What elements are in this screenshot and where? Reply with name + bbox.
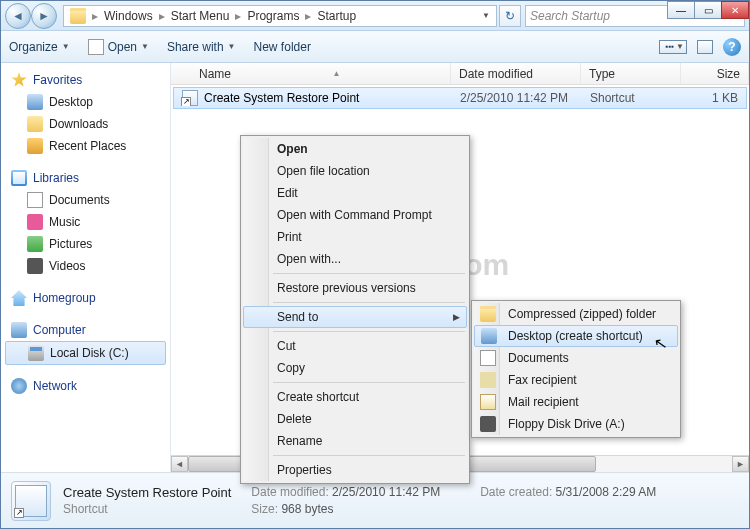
back-button[interactable]: ◄ [5, 3, 31, 29]
network-icon [11, 378, 27, 394]
cm-delete[interactable]: Delete [243, 408, 467, 430]
sendto-floppy[interactable]: Floppy Disk Drive (A:) [474, 413, 678, 435]
folder-icon [70, 8, 86, 24]
sendto-documents[interactable]: Documents [474, 347, 678, 369]
sidebar-network[interactable]: Network [1, 375, 170, 397]
breadcrumb[interactable]: ▸ Windows ▸ Start Menu ▸ Programs ▸ Star… [63, 5, 497, 27]
scroll-left-button[interactable]: ◄ [171, 456, 188, 472]
cm-open-file-location[interactable]: Open file location [243, 160, 467, 182]
sidebar-computer[interactable]: Computer [1, 319, 170, 341]
chevron-right-icon[interactable]: ▸ [233, 9, 243, 23]
navigation-pane[interactable]: Favorites Desktop Downloads Recent Place… [1, 63, 171, 472]
details-typeline: Shortcut [63, 502, 231, 516]
toolbar: Organize ▼ Open ▼ Share with ▼ New folde… [1, 31, 749, 63]
mail-icon [480, 394, 496, 410]
sidebar-libraries[interactable]: Libraries [1, 167, 170, 189]
open-button[interactable]: Open ▼ [88, 39, 149, 55]
details-date-created-label: Date created: [480, 485, 552, 499]
sendto-mail[interactable]: Mail recipient [474, 391, 678, 413]
close-button[interactable]: ✕ [721, 1, 749, 19]
sidebar-homegroup[interactable]: Homegroup [1, 287, 170, 309]
downloads-icon [27, 116, 43, 132]
new-folder-button[interactable]: New folder [254, 40, 311, 54]
column-name[interactable]: Name▲ [171, 63, 451, 84]
view-menu[interactable]: ▪▪▪▼ [659, 40, 687, 54]
preview-pane-button[interactable] [697, 40, 713, 54]
shortcut-icon [15, 485, 47, 517]
fax-icon [480, 372, 496, 388]
details-thumbnail [11, 481, 51, 521]
file-size: 1 KB [682, 91, 746, 105]
cm-properties[interactable]: Properties [243, 459, 467, 481]
organize-menu[interactable]: Organize ▼ [9, 40, 70, 54]
column-headers: Name▲ Date modified Type Size [171, 63, 749, 85]
help-button[interactable]: ? [723, 38, 741, 56]
sidebar-item-downloads[interactable]: Downloads [1, 113, 170, 135]
cm-copy[interactable]: Copy [243, 357, 467, 379]
cm-rename[interactable]: Rename [243, 430, 467, 452]
star-icon [11, 72, 27, 88]
minimize-button[interactable]: — [667, 1, 695, 19]
sidebar-item-videos[interactable]: Videos [1, 255, 170, 277]
details-filename: Create System Restore Point [63, 485, 231, 500]
details-date-created: 5/31/2008 2:29 AM [556, 485, 657, 499]
chevron-right-icon: ▶ [453, 312, 460, 322]
homegroup-icon [11, 290, 27, 306]
cm-open-cmd[interactable]: Open with Command Prompt [243, 204, 467, 226]
cm-send-to[interactable]: Send to▶ [243, 306, 467, 328]
details-date-modified-label: Date modified: [251, 485, 328, 499]
cm-cut[interactable]: Cut [243, 335, 467, 357]
shortcut-icon [182, 90, 198, 106]
refresh-button[interactable]: ↻ [499, 5, 521, 27]
chevron-down-icon[interactable]: ▼ [482, 11, 490, 20]
address-bar-row: ◄ ► ▸ Windows ▸ Start Menu ▸ Programs ▸ … [1, 1, 749, 31]
libraries-icon [11, 170, 27, 186]
cm-edit[interactable]: Edit [243, 182, 467, 204]
sidebar-item-documents[interactable]: Documents [1, 189, 170, 211]
cm-print[interactable]: Print [243, 226, 467, 248]
pictures-icon [27, 236, 43, 252]
share-with-menu[interactable]: Share with ▼ [167, 40, 236, 54]
forward-button[interactable]: ► [31, 3, 57, 29]
sendto-desktop[interactable]: Desktop (create shortcut) [474, 325, 678, 347]
scroll-right-button[interactable]: ► [732, 456, 749, 472]
sendto-fax[interactable]: Fax recipient [474, 369, 678, 391]
sidebar-item-desktop[interactable]: Desktop [1, 91, 170, 113]
breadcrumb-seg-windows[interactable]: Windows [100, 9, 157, 23]
desktop-icon [481, 328, 497, 344]
maximize-button[interactable]: ▭ [694, 1, 722, 19]
documents-icon [27, 192, 43, 208]
music-icon [27, 214, 43, 230]
breadcrumb-seg-startup[interactable]: Startup [313, 9, 360, 23]
context-menu: Open Open file location Edit Open with C… [240, 135, 470, 484]
desktop-icon [27, 94, 43, 110]
column-size[interactable]: Size [681, 63, 749, 84]
details-size-label: Size: [251, 502, 278, 516]
chevron-right-icon[interactable]: ▸ [157, 9, 167, 23]
sidebar-item-local-disk-c[interactable]: Local Disk (C:) [5, 341, 166, 365]
cm-create-shortcut[interactable]: Create shortcut [243, 386, 467, 408]
sidebar-item-music[interactable]: Music [1, 211, 170, 233]
cm-restore[interactable]: Restore previous versions [243, 277, 467, 299]
search-placeholder: Search Startup [530, 9, 610, 23]
file-type: Shortcut [582, 91, 682, 105]
column-date[interactable]: Date modified [451, 63, 581, 84]
details-date-modified: 2/25/2010 11:42 PM [332, 485, 440, 499]
file-date: 2/25/2010 11:42 PM [452, 91, 582, 105]
cm-open-with[interactable]: Open with... [243, 248, 467, 270]
disk-icon [28, 345, 44, 361]
zip-folder-icon [480, 306, 496, 322]
sidebar-item-recent[interactable]: Recent Places [1, 135, 170, 157]
file-name: Create System Restore Point [204, 91, 359, 105]
chevron-right-icon[interactable]: ▸ [90, 9, 100, 23]
breadcrumb-seg-startmenu[interactable]: Start Menu [167, 9, 234, 23]
chevron-right-icon[interactable]: ▸ [303, 9, 313, 23]
sidebar-item-pictures[interactable]: Pictures [1, 233, 170, 255]
sendto-compressed[interactable]: Compressed (zipped) folder [474, 303, 678, 325]
floppy-icon [480, 416, 496, 432]
sidebar-favorites[interactable]: Favorites [1, 69, 170, 91]
file-row[interactable]: Create System Restore Point 2/25/2010 11… [173, 87, 747, 109]
cm-open[interactable]: Open [243, 138, 467, 160]
column-type[interactable]: Type [581, 63, 681, 84]
breadcrumb-seg-programs[interactable]: Programs [243, 9, 303, 23]
